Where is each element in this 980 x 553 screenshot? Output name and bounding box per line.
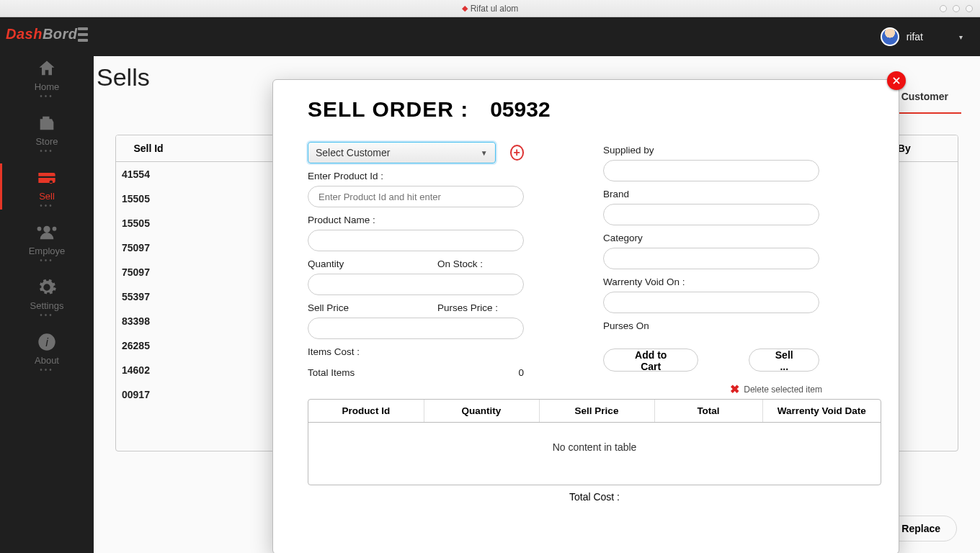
col-cart-warrenty-void-date[interactable]: Warrenty Void Date [762,400,881,423]
label-warrenty-void-on: Warrenty Void On : [603,276,819,287]
label-items-cost: Items Cost : [308,346,524,357]
label-purses-price: Purses Price : [437,302,498,313]
quantity-input[interactable] [308,274,524,295]
svg-text:i: i [45,336,48,349]
close-button[interactable] [887,71,906,90]
product-name-input[interactable] [308,230,524,251]
window-controls[interactable] [940,5,973,12]
label-product-id: Enter Product Id : [308,171,524,181]
add-to-cart-button[interactable]: Add to Cart [603,349,698,372]
col-cart-total[interactable]: Total [654,400,762,423]
product-id-input[interactable] [308,186,524,207]
settings-icon [0,276,94,299]
sell-icon [0,166,94,189]
col-cart-product-id[interactable]: Product Id [308,400,424,423]
user-name[interactable]: rifat [906,31,923,42]
sidebar-item-label: Store [0,136,94,147]
sidebar-item-home[interactable]: Home ••• [0,50,94,104]
home-icon [0,57,94,80]
warrenty-void-input[interactable] [603,292,819,313]
minimize-button[interactable] [940,5,947,12]
label-sell-price: Sell Price [308,302,394,313]
sidebar-item-settings[interactable]: Settings ••• [0,269,94,323]
add-customer-button[interactable]: + [510,145,524,161]
total-cost-label: Total Cost : [308,491,881,503]
sidebar: DashBord Home ••• Store ••• Sell ••• Emp… [0,17,94,553]
sidebar-item-store[interactable]: Store ••• [0,104,94,159]
store-icon [0,112,94,135]
modal-title: SELL ORDER : [308,97,468,122]
label-product-name: Product Name : [308,215,524,225]
label-purses-on: Purses On [603,320,819,331]
close-icon [891,76,901,86]
avatar[interactable] [881,27,899,46]
label-supplied-by: Supplied by [603,145,819,156]
brand-input[interactable] [603,204,819,225]
delete-selected-label: Delete selected item [744,385,822,395]
sell-button[interactable]: Sell ... [749,349,819,372]
label-brand: Brand [603,189,819,199]
window-title: Rifat ul alom [471,4,519,14]
sidebar-item-employe[interactable]: Employe ••• [0,214,94,269]
sidebar-item-about[interactable]: i About ••• [0,323,94,378]
cart-empty-message: No content in table [308,423,881,472]
cart-table: Product Id Quantity Sell Price Total War… [308,399,881,485]
sidebar-item-label: Home [0,81,94,92]
delete-selected-item[interactable]: ✖ Delete selected item [308,382,822,396]
maximize-button[interactable] [953,5,960,12]
label-on-stock: On Stock : [437,258,483,269]
total-items-value: 0 [518,367,524,378]
order-number: 05932 [490,97,550,122]
sidebar-item-label: Sell [0,191,94,202]
about-icon: i [0,331,94,354]
label-quantity: Quantity [308,258,394,269]
close-window-button[interactable] [966,5,973,12]
sell-order-modal: SELL ORDER : 05932 Select Customer ▼ + [272,79,899,553]
app-favicon: ◆ [462,4,468,13]
col-cart-sell-price[interactable]: Sell Price [539,400,654,423]
sidebar-item-label: Employe [0,246,94,256]
brand-logo: DashBord [6,26,78,42]
os-titlebar: ◆ Rifat ul alom [0,0,980,17]
chevron-down-icon: ▼ [481,149,488,157]
topbar: rifat ▾ [94,17,980,56]
hamburger-icon[interactable] [78,27,88,42]
label-total-items: Total Items [308,367,355,378]
supplied-by-input[interactable] [603,160,819,181]
customer-select[interactable]: Select Customer ▼ [308,142,496,163]
plus-icon: + [514,146,520,159]
col-cart-quantity[interactable]: Quantity [424,400,539,423]
sidebar-item-sell[interactable]: Sell ••• [0,159,94,214]
delete-icon: ✖ [730,382,739,396]
employee-icon [0,221,94,244]
sidebar-item-label: About [0,355,94,366]
customer-select-value: Select Customer [316,147,390,158]
chevron-down-icon[interactable]: ▾ [959,33,963,41]
category-input[interactable] [603,248,819,269]
sidebar-item-label: Settings [0,300,94,311]
content-area: rifat ▾ Sells Sell Customer Sell Id RMA … [94,17,980,553]
label-category: Category [603,233,819,243]
sell-price-input[interactable] [308,318,524,339]
